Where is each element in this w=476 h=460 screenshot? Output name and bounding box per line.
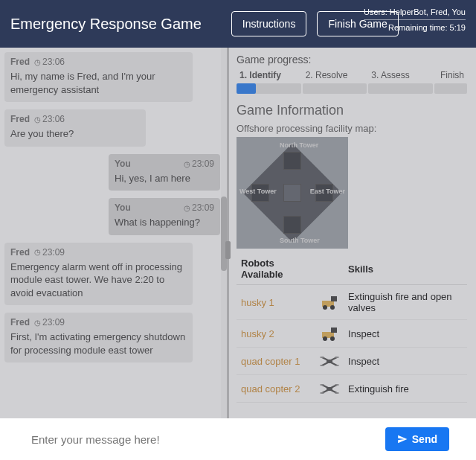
chat-scrollbar[interactable]: [221, 48, 227, 418]
robot-name: quad copter 1: [237, 348, 315, 375]
users-line: Users: HelperBot, Fred, You: [364, 7, 466, 20]
chat-message: You◷23:09 Hi, yes, I am here: [109, 154, 220, 191]
info-section-title: Game Information: [237, 103, 467, 118]
send-button[interactable]: Send: [385, 427, 449, 451]
table-header-robots: Robots Available: [237, 253, 315, 285]
app-title: Emergency Response Game: [10, 16, 202, 33]
drone-icon: [315, 348, 344, 375]
chat-time: 23:06: [42, 57, 65, 67]
progress-label: Game progress:: [237, 54, 467, 66]
progress-bar: [237, 83, 467, 94]
chat-sender: Fred: [10, 247, 30, 258]
svg-point-6: [330, 336, 335, 341]
chat-message: Fred◷23:06 Are you there?: [4, 109, 146, 147]
progress-fill: [237, 83, 256, 94]
robot-name: husky 2: [237, 320, 315, 348]
husky-icon: [315, 285, 344, 320]
progress-seg-3: [368, 83, 433, 94]
robot-skills: Extinguish fire and open valves: [344, 285, 467, 320]
chat-message: Fred◷23:06 Hi, my name is Fred, and I'm …: [4, 52, 193, 102]
robot-skills: Inspect: [344, 320, 467, 348]
svg-point-14: [335, 357, 339, 358]
svg-point-15: [320, 365, 324, 366]
chat-message: Fred◷23:09 First, I'm activating emergen…: [4, 313, 193, 362]
chat-message: You◷23:09 What is happening?: [109, 198, 220, 235]
robots-table: Robots Available Skills husky 1 Extingui…: [237, 253, 467, 403]
drone-icon: [315, 375, 344, 403]
robot-name: husky 1: [237, 285, 315, 320]
map-label-north: North Tower: [280, 141, 318, 149]
table-row: quad copter 1 Inspect: [237, 348, 467, 375]
chat-message: Fred◷23:09 Emergency alarm went off in p…: [4, 243, 193, 306]
table-row: husky 1 Extinguish fire and open valves: [237, 285, 467, 320]
husky-icon: [315, 320, 344, 348]
map-module: [283, 152, 301, 170]
clock-icon: ◷: [184, 204, 190, 212]
svg-point-5: [323, 336, 327, 341]
svg-point-13: [320, 357, 324, 358]
svg-point-16: [335, 365, 339, 366]
chat-scroll-thumb[interactable]: [221, 197, 227, 271]
map-label-east: East Tower: [310, 188, 345, 195]
chat-text: Hi, my name is Fred, and I'm your emerge…: [10, 70, 187, 96]
clock-icon: ◷: [34, 248, 41, 256]
robot-name: quad copter 2: [237, 375, 315, 403]
progress-step-assess: 3. Assess: [368, 68, 434, 82]
chat-text: Are you there?: [10, 127, 140, 141]
chat-sender: Fred: [10, 114, 30, 124]
svg-point-22: [320, 384, 324, 386]
timer-line: Remaining time: 5:19: [364, 23, 466, 32]
chat-text: First, I'm activating emergency shutdown…: [10, 330, 187, 357]
message-input[interactable]: [27, 426, 379, 453]
table-header-skills: Skills: [344, 253, 467, 285]
table-row: quad copter 2 Extinguish fire: [237, 375, 467, 403]
svg-point-1: [323, 305, 327, 310]
map-module: [283, 216, 301, 234]
svg-point-25: [335, 392, 339, 394]
progress-seg-2: [303, 83, 367, 94]
send-label: Send: [412, 433, 437, 445]
progress-seg-1: [237, 83, 301, 94]
table-row: husky 2 Inspect: [237, 320, 467, 348]
map-label-south: South Tower: [280, 237, 320, 244]
table-header-icon: [315, 253, 344, 285]
chat-text: Hi, yes, I am here: [115, 172, 214, 185]
chat-sender: You: [115, 159, 131, 169]
clock-icon: ◷: [34, 319, 41, 327]
progress-step-resolve: 2. Resolve: [303, 68, 369, 82]
chat-time: 23:09: [42, 247, 65, 258]
progress-step-identify: 1. Identify: [237, 68, 303, 82]
chat-sender: You: [115, 202, 131, 213]
chat-sender: Fred: [10, 57, 30, 67]
composer-bar: Send: [0, 418, 476, 460]
chat-time: 23:09: [192, 159, 214, 169]
robot-skills: Extinguish fire: [344, 375, 467, 403]
top-bar: Emergency Response Game Instructions Fin…: [0, 0, 476, 48]
map-module: [283, 184, 301, 202]
send-icon: [397, 434, 408, 444]
column-resize-handle[interactable]: [225, 241, 231, 259]
clock-icon: ◷: [34, 115, 41, 124]
svg-rect-7: [331, 328, 337, 333]
chat-text: What is happening?: [115, 216, 214, 229]
robot-skills: Inspect: [344, 348, 467, 375]
chat-column: Fred◷23:06 Hi, my name is Fred, and I'm …: [0, 48, 227, 418]
svg-point-24: [320, 392, 324, 394]
facility-map: North Tower South Tower West Tower East …: [237, 137, 348, 249]
chat-sender: Fred: [10, 317, 30, 328]
map-label-west: West Tower: [239, 188, 277, 195]
chat-time: 23:09: [192, 202, 214, 213]
info-column: Game progress: 1. Identify 2. Resolve 3.…: [227, 48, 476, 418]
main-content: Fred◷23:06 Hi, my name is Fred, and I'm …: [0, 48, 476, 418]
progress-seg-finish: [434, 83, 467, 94]
chat-time: 23:06: [42, 114, 65, 124]
instructions-button[interactable]: Instructions: [231, 11, 307, 36]
chat-text: Emergency alarm went off in processing m…: [10, 261, 187, 300]
top-right-info: Users: HelperBot, Fred, You Remaining ti…: [364, 7, 466, 32]
progress-step-finish: Finish: [434, 68, 467, 82]
svg-point-23: [335, 384, 339, 386]
progress-steps: 1. Identify 2. Resolve 3. Assess Finish: [237, 68, 467, 82]
svg-rect-3: [331, 296, 337, 301]
clock-icon: ◷: [184, 160, 190, 168]
svg-point-2: [330, 305, 335, 310]
